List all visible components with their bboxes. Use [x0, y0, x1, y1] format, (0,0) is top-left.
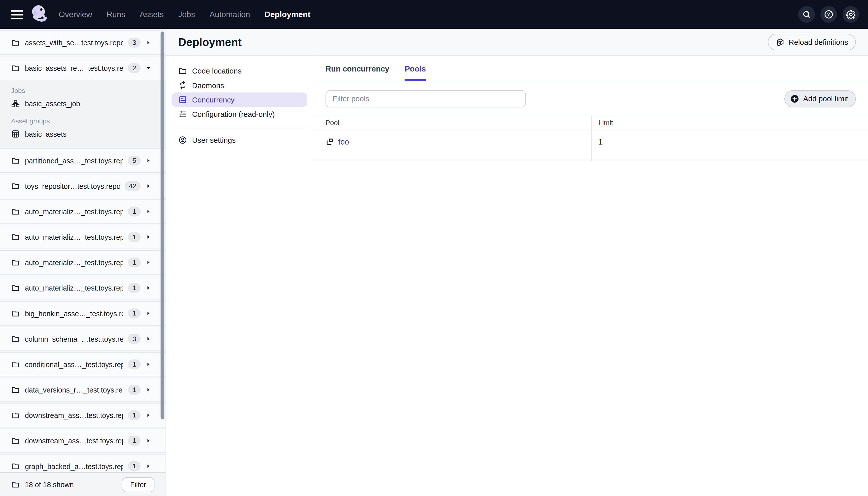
nav-automation[interactable]: Automation: [209, 10, 250, 19]
search-button[interactable]: [798, 6, 815, 23]
repo-count-badge: 1: [128, 410, 141, 420]
repo-row[interactable]: auto_materializ…_test.toys.repo 1: [0, 250, 165, 275]
repo-label: auto_materializ…_test.toys.repo: [25, 284, 123, 292]
asset-group-icon: [11, 130, 20, 138]
svg-text:?: ?: [827, 12, 830, 17]
nav-item-label: User settings: [192, 136, 236, 144]
expanded-repo-contents: Jobs basic_assets_job Asset groups basic…: [0, 80, 165, 147]
nav-deployment[interactable]: Deployment: [265, 10, 311, 19]
asset-repo-sidebar: assets_with_se…test.toys.repo 3 basic_as…: [0, 29, 166, 496]
pool-limit-value: 1: [598, 137, 603, 146]
folder-icon: [11, 233, 20, 242]
asset-group-item[interactable]: basic_assets: [0, 127, 165, 141]
repo-label: partitioned_ass…_test.toys.rep: [25, 156, 123, 165]
repo-row[interactable]: column_schema_…test.toys.rep 3: [0, 327, 165, 351]
repo-row[interactable]: partitioned_ass…_test.toys.rep 5: [0, 148, 165, 173]
repo-row[interactable]: auto_materializ…_test.toys.repo 1: [0, 276, 165, 300]
nav-configuration[interactable]: Configuration (read-only): [172, 107, 307, 121]
repeat-icon: [178, 81, 187, 90]
repo-label: basic_assets_re…_test.toys.repo: [25, 64, 123, 72]
repo-row[interactable]: downstream_ass…test.toys.rep 1: [0, 403, 165, 428]
repo-row[interactable]: downstream_ass…test.toys.rep 1: [0, 429, 165, 453]
help-icon: ?: [824, 9, 834, 19]
repo-row[interactable]: assets_with_se…test.toys.repo 3: [0, 30, 165, 55]
tab-pools[interactable]: Pools: [405, 56, 426, 81]
folder-icon: [178, 66, 187, 75]
nav-assets[interactable]: Assets: [140, 10, 164, 19]
nav-item-label: Daemons: [192, 81, 224, 89]
chevron-right-icon[interactable]: [145, 336, 151, 342]
chevron-right-icon[interactable]: [145, 234, 151, 240]
folder-icon: [11, 309, 20, 318]
nav-concurrency[interactable]: Concurrency: [172, 92, 307, 107]
repo-label: downstream_ass…test.toys.rep: [25, 437, 123, 445]
job-item[interactable]: basic_assets_job: [0, 97, 165, 111]
chevron-right-icon[interactable]: [145, 209, 151, 214]
chevron-right-icon[interactable]: [145, 387, 151, 392]
nav-divider: [172, 127, 307, 127]
nav-jobs[interactable]: Jobs: [178, 10, 195, 19]
menu-icon[interactable]: [11, 10, 23, 19]
folder-icon: [11, 283, 20, 292]
nav-overview[interactable]: Overview: [59, 10, 92, 19]
chevron-right-icon[interactable]: [145, 260, 151, 265]
pool-link[interactable]: foo: [326, 137, 349, 146]
reload-definitions-button[interactable]: Reload definitions: [768, 34, 856, 50]
chevron-down-icon[interactable]: [145, 65, 151, 71]
add-pool-limit-button[interactable]: Add pool limit: [785, 90, 856, 107]
chevron-right-icon[interactable]: [145, 285, 151, 291]
repo-list: assets_with_se…test.toys.repo 3 basic_as…: [0, 29, 165, 496]
chevron-right-icon[interactable]: [145, 183, 151, 189]
repo-count-badge: 1: [128, 308, 141, 319]
pools-toolbar: Add pool limit: [326, 90, 856, 107]
nav-runs[interactable]: Runs: [107, 10, 125, 19]
nav-item-label: Concurrency: [192, 95, 234, 104]
sidebar-scrollbar[interactable]: [161, 31, 164, 419]
nav-code-locations[interactable]: Code locations: [172, 64, 307, 78]
dagster-logo-icon[interactable]: [30, 4, 49, 25]
chevron-right-icon[interactable]: [145, 464, 151, 469]
repo-label: conditional_ass…_test.toys.repo: [25, 360, 123, 368]
plus-circle-icon: [790, 94, 799, 104]
chevron-right-icon[interactable]: [145, 413, 151, 418]
top-nav: Overview Runs Assets Jobs Automation Dep…: [0, 0, 868, 29]
folder-icon: [11, 64, 20, 73]
settings-button[interactable]: [842, 6, 859, 23]
repo-row[interactable]: auto_materializ…_test.toys.repo 1: [0, 199, 165, 224]
reload-definitions-label: Reload definitions: [789, 38, 848, 46]
folder-icon: [11, 156, 20, 165]
repo-row[interactable]: conditional_ass…_test.toys.repo 1: [0, 352, 165, 377]
concurrency-icon: [178, 95, 187, 104]
tab-run-concurrency[interactable]: Run concurrency: [326, 56, 389, 81]
chevron-right-icon[interactable]: [145, 158, 151, 164]
filter-button[interactable]: Filter: [122, 477, 154, 492]
gear-icon: [846, 9, 856, 19]
add-pool-limit-label: Add pool limit: [803, 95, 848, 103]
page-header: Deployment Reload definitions: [166, 29, 868, 56]
repo-row-expanded[interactable]: basic_assets_re…_test.toys.repo 2: [0, 56, 165, 80]
chevron-right-icon[interactable]: [145, 438, 151, 444]
concurrency-content: Run concurrency Pools Add pool limit Poo…: [313, 56, 868, 496]
nav-item-label: Code locations: [192, 67, 241, 75]
folder-icon: [11, 480, 20, 489]
pool-name-link: foo: [338, 137, 349, 146]
repo-row[interactable]: toys_repositor…test.toys.repo 42: [0, 174, 165, 198]
chevron-right-icon[interactable]: [145, 311, 151, 316]
chevron-right-icon[interactable]: [145, 361, 151, 367]
folder-icon: [11, 436, 20, 445]
repo-count-badge: 5: [128, 156, 141, 166]
nav-user-settings[interactable]: User settings: [172, 133, 307, 147]
jobs-heading: Jobs: [0, 86, 165, 97]
table-row-limit-cell: 1: [591, 130, 868, 161]
repo-row[interactable]: data_versions_r…_test.toys.rep 1: [0, 378, 165, 402]
repo-label: auto_materializ…_test.toys.repo: [25, 233, 123, 241]
filter-pools-input[interactable]: [326, 90, 526, 107]
repo-row[interactable]: auto_materializ…_test.toys.repo 1: [0, 225, 165, 249]
nav-daemons[interactable]: Daemons: [172, 78, 307, 92]
folder-icon: [11, 258, 20, 267]
help-button[interactable]: ?: [820, 6, 837, 23]
app-root: Overview Runs Assets Jobs Automation Dep…: [0, 0, 868, 496]
repo-row[interactable]: big_honkin_asse…_test.toys.rep 1: [0, 301, 165, 326]
chevron-right-icon[interactable]: [145, 40, 151, 45]
user-icon: [178, 136, 187, 144]
